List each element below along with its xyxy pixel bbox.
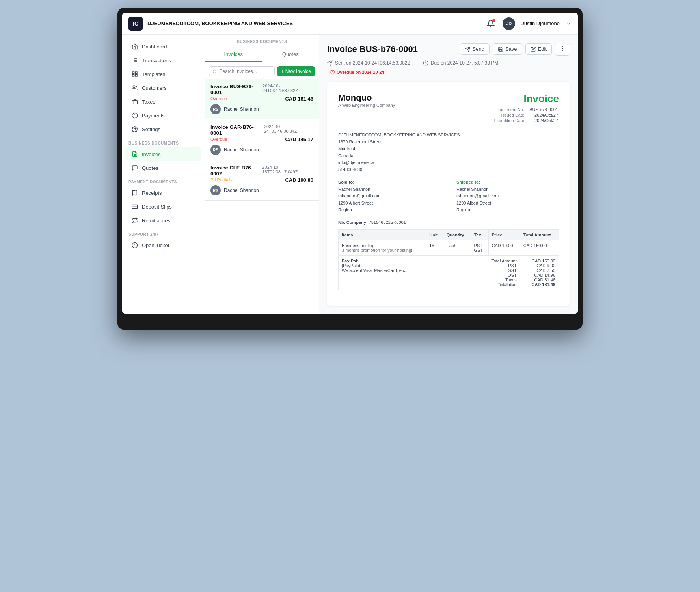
tab-quotes[interactable]: Quotes — [262, 47, 319, 62]
notification-dot — [492, 19, 495, 22]
doc-header-row: Monquo A Web Engineering Company Invoice… — [338, 93, 559, 124]
sidebar-item-invoices[interactable]: Invoices — [125, 147, 201, 161]
invoice-card-0[interactable]: Invoice BUS-B76-0001 2024-10-24T06:14:53… — [205, 79, 319, 119]
expedition-value: 2024/Oct/27 — [529, 118, 558, 123]
item-quantity: Each — [443, 240, 471, 255]
send-icon — [465, 47, 471, 52]
sidebar-item-label: Receipts — [142, 190, 162, 196]
total-amount-label: Total Amount — [474, 259, 517, 263]
svg-rect-6 — [132, 72, 134, 74]
gst-value: CAD 7.50 — [523, 268, 555, 273]
content-area: BUSINESS DOCUMENTS Invoices Quotes + New… — [205, 35, 578, 314]
qst-label: QST — [474, 273, 517, 277]
save-button[interactable]: Save — [493, 43, 522, 55]
doc-no-label: Document No.: — [494, 107, 529, 112]
company-tagline: A Web Engineering Company — [338, 103, 395, 108]
top-bar: IC DJEUMENEDOTCOM, BOOKKEEPING AND WEB S… — [122, 13, 578, 35]
invoice-amount: CAD 181.46 — [285, 96, 313, 102]
top-right-actions: JD Justin Djeumene — [485, 17, 572, 30]
sidebar-item-payments[interactable]: Payments — [125, 109, 201, 122]
sidebar-item-transactions[interactable]: Transactions — [125, 54, 201, 67]
invoices-icon — [132, 151, 138, 157]
invoice-card-1[interactable]: Invoice GAR-B76-0001 2024-10-24T03:46:00… — [205, 119, 319, 160]
sidebar-item-templates[interactable]: Templates — [125, 67, 201, 81]
sidebar-item-settings[interactable]: Settings — [125, 123, 201, 136]
invoice-title: Invoice BUS-b76-0001 — [327, 44, 418, 54]
payment-id: [PayPalId] — [342, 263, 467, 268]
invoice-status: Overdue — [210, 137, 227, 141]
invoice-card-2[interactable]: Invoice CLE-B76-0002 2024-10-18T02:38:17… — [205, 160, 319, 201]
issued-value: 2024/Oct/27 — [529, 113, 558, 117]
pst-value: CAD 9.00 — [523, 263, 555, 268]
sidebar-item-remittances[interactable]: Remittances — [125, 214, 201, 227]
due-meta: Due on 2024-10-27, 5:07:33 PM — [423, 60, 498, 66]
col-quantity: Quantity — [443, 229, 471, 240]
home-icon — [132, 43, 138, 50]
customer-address-sold: 1290 Albert Street — [338, 200, 441, 207]
sidebar-item-label: Dashboard — [142, 44, 167, 50]
customer-name: Rachel Shannon — [224, 106, 259, 112]
receipts-icon — [132, 190, 138, 196]
sidebar-item-quotes[interactable]: Quotes — [125, 161, 201, 175]
table-row: Business hosting 3 months promotion for … — [339, 240, 559, 255]
invoice-number: Invoice CLE-B76-0002 — [210, 165, 262, 177]
notifications-button[interactable] — [485, 18, 496, 29]
sidebar-item-label: Templates — [142, 71, 165, 77]
seller-info: DJEUMENEDOTCOM, BOOKKEEPING AND WEB SERV… — [338, 132, 559, 173]
send-button[interactable]: Send — [460, 43, 490, 55]
sold-to-block: Sold to: Rachel Shannon rshannon@gmail.c… — [338, 180, 441, 214]
customer-address-ship: 1290 Albert Street — [456, 200, 559, 207]
svg-point-28 — [562, 48, 562, 48]
sidebar-item-taxes[interactable]: Taxes — [125, 95, 201, 108]
taxes-value: CAD 31.46 — [523, 277, 555, 282]
invoice-label-block: Invoice Document No.: BUS-b76-0001 Issue… — [493, 93, 559, 124]
edit-icon — [531, 47, 536, 52]
sidebar-item-label: Quotes — [142, 165, 158, 171]
edit-button[interactable]: Edit — [525, 43, 552, 55]
taxes-icon — [132, 99, 138, 105]
transactions-icon — [132, 57, 138, 63]
shipped-to-block: Shipped to: Rachel Shannon rshannon@gmai… — [456, 180, 559, 214]
payments-icon — [132, 112, 138, 119]
payment-label: Pay Pal: — [342, 259, 467, 263]
sidebar-item-label: Invoices — [142, 151, 161, 157]
detail-actions: Send Save Edit — [460, 43, 570, 56]
avatar: JD — [503, 17, 515, 30]
sidebar-item-open-ticket[interactable]: Open Ticket — [125, 238, 201, 252]
sidebar-item-receipts[interactable]: Receipts — [125, 186, 201, 199]
col-tax: Tax — [471, 229, 488, 240]
totals-values: CAD 150.00 CAD 9.00 CAD 7.50 CAD 14.96 C… — [520, 255, 559, 290]
avatar: RS — [210, 185, 221, 195]
col-price: Price — [488, 229, 520, 240]
search-input[interactable] — [219, 69, 271, 74]
item-description: Business hosting 3 months promotion for … — [339, 240, 426, 255]
sidebar-item-label: Customers — [142, 85, 167, 91]
item-total: CAD 150.00 — [520, 240, 559, 255]
seller-city: Montreal — [338, 145, 559, 153]
invoice-detail: Invoice BUS-b76-0001 Send Save — [319, 35, 578, 314]
more-options-button[interactable] — [555, 43, 570, 56]
doc-panel: BUSINESS DOCUMENTS Invoices Quotes + New… — [205, 35, 319, 314]
tabs-row: Invoices Quotes — [205, 47, 319, 62]
sidebar-item-label: Payments — [142, 113, 165, 119]
templates-icon — [132, 71, 138, 77]
customer-city-sold: Regina — [338, 207, 441, 214]
chevron-down-icon[interactable] — [566, 21, 572, 26]
customer-name-sold: Rachel Shannon — [338, 186, 441, 193]
invoice-number: Invoice BUS-B76-0001 — [210, 84, 262, 95]
total-amount-value: CAD 150.00 — [523, 259, 555, 263]
svg-rect-11 — [132, 101, 137, 104]
company-name: DJEUMENEDOTCOM, BOOKKEEPING AND WEB SERV… — [147, 20, 480, 26]
tab-invoices[interactable]: Invoices — [205, 47, 262, 62]
sidebar-item-customers[interactable]: Customers — [125, 81, 201, 95]
nb-company: Nb. Company: 751546821SK0001 — [338, 220, 559, 225]
item-unit: 15 — [426, 240, 443, 255]
new-invoice-button[interactable]: + New Invoice — [277, 66, 315, 76]
total-due-label: Total due — [474, 282, 517, 287]
sidebar-item-dashboard[interactable]: Dashboard — [125, 40, 201, 53]
seller-email: info@djeumene.ca — [338, 159, 559, 166]
issued-label: Issued Date: — [494, 113, 529, 117]
shipped-to-label: Shipped to: — [456, 180, 559, 184]
sidebar-item-deposit-slips[interactable]: Deposit Slips — [125, 200, 201, 213]
overdue-badge: Overdue on 2024-10-24 — [327, 69, 387, 75]
